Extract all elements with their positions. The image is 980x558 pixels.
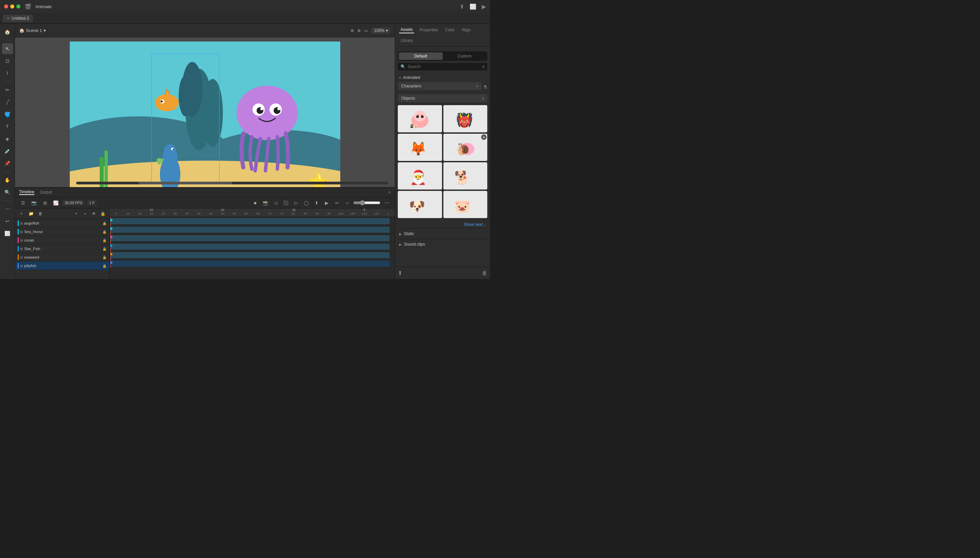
text-tool[interactable]: T — [2, 121, 13, 132]
layer-item[interactable]: ⊞ corals 🔒 — [15, 236, 109, 245]
list-view-icon[interactable]: ≡ — [482, 64, 484, 69]
scene-btn[interactable]: 🏠 — [2, 26, 13, 38]
timeline-block[interactable] — [110, 235, 390, 241]
play-btn[interactable]: ▶ — [323, 199, 331, 207]
undo-btn[interactable]: ↩ — [333, 199, 341, 207]
tab-close-icon[interactable]: ✕ — [7, 16, 10, 20]
custom-toggle-btn[interactable]: Custom — [443, 53, 487, 60]
scene-chevron-icon[interactable]: ▾ — [44, 28, 46, 33]
zoom-tool[interactable]: 🔍 — [2, 187, 13, 198]
tab-color[interactable]: Color — [444, 27, 456, 33]
character-card[interactable]: 🐕 — [443, 162, 488, 190]
eyedropper-tool[interactable]: 💉 — [2, 146, 13, 156]
layers-btn[interactable]: ⊞ — [41, 199, 49, 207]
default-toggle-btn[interactable]: Default — [399, 53, 443, 60]
zoom-chevron-icon[interactable]: ▾ — [386, 28, 388, 33]
char-remove-btn[interactable]: ✕ — [481, 135, 487, 140]
close-button[interactable] — [4, 5, 8, 8]
redo-btn[interactable]: -○ — [343, 199, 351, 207]
timeline-block[interactable] — [110, 261, 390, 267]
graph-btn[interactable]: 📈 — [52, 199, 60, 207]
character-card[interactable]: 🦊 — [398, 134, 442, 161]
tab-properties[interactable]: Properties — [418, 27, 440, 33]
layer-lock-icon[interactable]: 🔒 — [102, 238, 107, 242]
add-layer-btn[interactable]: ☰ — [19, 199, 27, 207]
show-next-btn[interactable]: Show next ↓ — [398, 221, 487, 228]
canvas-scrollbar-h[interactable] — [76, 182, 388, 184]
animated-section-header[interactable]: ▾ Animated — [398, 73, 487, 82]
static-section-header[interactable]: ▶ Static — [398, 228, 487, 239]
layer-item[interactable]: ⊞ angelfish 🔒 — [15, 219, 109, 228]
add-folder-btn[interactable]: 📁 — [27, 210, 35, 217]
layer-item-selected[interactable]: ⊞ jellyfish 🔒 — [15, 262, 109, 270]
tab-output[interactable]: Output — [40, 190, 52, 195]
paint-bucket-tool[interactable]: 🪣 — [2, 109, 13, 120]
timeline-block[interactable] — [110, 218, 390, 224]
layer-lock-icon[interactable]: 🔒 — [102, 230, 107, 234]
layer-item[interactable]: ⊞ Sea_Horse 🔒 — [15, 228, 109, 236]
transform-tool[interactable]: ⊡ — [2, 56, 13, 66]
tab-timeline[interactable]: Timeline — [19, 190, 34, 195]
minimize-button[interactable] — [10, 5, 14, 8]
brush-tool[interactable]: ✏ — [2, 84, 13, 95]
snap-icon[interactable]: ⊕ — [350, 28, 354, 33]
character-card[interactable]: 🐶 — [398, 191, 442, 218]
filter-icon[interactable]: ⚗ — [483, 84, 487, 90]
import-icon[interactable]: ⬆ — [398, 270, 402, 276]
snapping-icon[interactable]: ⊗ — [357, 28, 361, 33]
document-tab[interactable]: ✕ Untitled-3 — [3, 15, 33, 22]
play-icon[interactable]: ▶ — [482, 3, 486, 10]
layer-lock-icon[interactable]: 🔒 — [102, 256, 107, 259]
search-input[interactable] — [408, 64, 480, 69]
maximize-button[interactable] — [16, 5, 20, 8]
tab-align[interactable]: Align — [460, 27, 472, 33]
keyframe-btn[interactable]: ▪ — [81, 210, 89, 217]
prev-frame-btn[interactable]: ◁ — [272, 199, 280, 207]
undo-btn[interactable]: ↩ — [2, 216, 13, 226]
layer-lock-icon[interactable]: 🔒 — [102, 264, 107, 268]
tab-assets[interactable]: Assets — [399, 26, 414, 33]
character-card[interactable]: 👹 — [443, 105, 488, 132]
pin-tool[interactable]: 📌 — [2, 158, 13, 169]
next-frame-btn[interactable]: ▷ — [292, 199, 300, 207]
timeline-block[interactable] — [110, 226, 390, 233]
character-card[interactable]: 🐷 — [443, 191, 488, 218]
layer-item[interactable]: ⊞ Star_Fish 🔒 — [15, 245, 109, 253]
character-card[interactable]: 🎅 — [398, 162, 442, 190]
share-icon[interactable]: ⬆ — [460, 3, 464, 10]
sound-clips-section-header[interactable]: ▶ Sound clips — [398, 239, 487, 249]
scene-selector[interactable]: 🏠 Scene 1 ▾ — [19, 28, 46, 33]
timeline-block[interactable] — [110, 252, 390, 258]
more-tools[interactable]: ⋯ — [2, 204, 13, 214]
pencil-tool[interactable]: ╱ — [2, 97, 13, 108]
lock-btn[interactable]: 🔒 — [99, 210, 107, 217]
layer-item[interactable]: ⊞ seaweed 🔒 — [15, 253, 109, 262]
bounds-icon[interactable]: ▭ — [364, 28, 368, 33]
gradient-tool[interactable]: ◈ — [2, 133, 13, 144]
stop-btn[interactable]: ■ — [251, 199, 259, 207]
export-btn[interactable]: ⬆ — [312, 199, 320, 207]
select-tool[interactable]: ↖ — [2, 43, 13, 54]
objects-dropdown[interactable]: Objects ▾ — [398, 94, 487, 102]
snapshot-btn[interactable]: 📸 — [261, 199, 269, 207]
canvas-toggle[interactable]: ⬜ — [2, 228, 13, 239]
add-layer-btn[interactable]: + — [18, 210, 25, 217]
tab-library[interactable]: Library — [399, 38, 414, 44]
timeline-collapse-btn[interactable]: ≡ — [388, 190, 391, 195]
layer-lock-icon[interactable]: 🔒 — [102, 222, 107, 225]
delete-asset-icon[interactable]: 🗑 — [482, 270, 487, 276]
loop-btn[interactable]: ⬛ — [282, 199, 290, 207]
hand-tool[interactable]: ✋ — [2, 174, 13, 185]
camera-btn[interactable]: 📷 — [30, 199, 38, 207]
easing-slider[interactable] — [353, 200, 381, 205]
fullscreen-icon[interactable]: ⬜ — [469, 3, 476, 10]
onion-skin-btn[interactable]: ◯ — [302, 199, 310, 207]
timeline-block[interactable] — [110, 244, 390, 250]
layer-lock-icon[interactable]: 🔒 — [102, 247, 107, 251]
visibility-btn[interactable]: 👁 — [90, 210, 98, 217]
lasso-tool[interactable]: ⌇ — [2, 68, 13, 79]
scene-canvas[interactable]: ⭐ — [70, 41, 340, 187]
zoom-control[interactable]: 100% ▾ — [371, 28, 391, 34]
waveform-btn[interactable]: 〰 — [382, 199, 391, 207]
delete-layer-btn[interactable]: 🗑 — [37, 210, 44, 217]
